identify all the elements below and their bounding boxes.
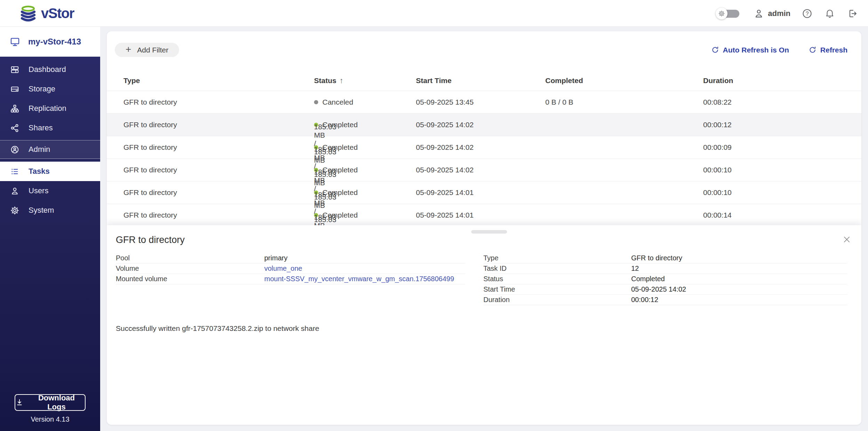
username-label: admin: [768, 9, 790, 18]
cell-status: 185.03 MB / 185.03 MB Completed: [314, 188, 416, 197]
close-detail-button[interactable]: [841, 234, 852, 245]
table-row[interactable]: GFR to directory 185.03 MB / 185.03 MB C…: [107, 114, 861, 136]
cell-type: GFR to directory: [123, 143, 314, 152]
sort-asc-icon: ↑: [339, 76, 343, 85]
sidebar-item-users[interactable]: Users: [0, 181, 100, 201]
detail-field-row: Start Time 05-09-2025 14:02: [483, 284, 847, 295]
add-filter-button[interactable]: + Add Filter: [115, 43, 179, 57]
cell-duration: 00:00:12: [703, 121, 861, 129]
auto-refresh-label: Auto Refresh is On: [723, 46, 789, 54]
task-detail-panel: GFR to directory Pool primary Volume vol…: [107, 225, 861, 425]
system-icon: [10, 206, 19, 215]
cell-type: GFR to directory: [123, 121, 314, 129]
field-value: Completed: [631, 275, 847, 283]
detail-field-row: Status Completed: [483, 274, 847, 284]
table-row[interactable]: GFR to directory 185.03 MB / 185.03 MB C…: [107, 181, 861, 204]
column-header-duration[interactable]: Duration: [703, 76, 861, 85]
help-icon: ?: [802, 8, 812, 19]
cell-status: 185.03 MB / 185.03 MB Completed: [314, 166, 416, 174]
sidebar: my-vStor-413 Dashboard Storage Replicati…: [0, 27, 100, 431]
download-logs-button[interactable]: Download Logs: [15, 394, 86, 411]
table-row[interactable]: GFR to directory 185.03 MB / 185.03 MB C…: [107, 159, 861, 181]
sidebar-item-system[interactable]: System: [0, 201, 100, 220]
logout-button[interactable]: [846, 8, 858, 19]
topbar: vStor admin ?: [0, 0, 868, 27]
table-row[interactable]: GFR to directory Canceled 05-09-2025 13:…: [107, 91, 861, 114]
field-value: primary: [264, 254, 465, 262]
tasks-icon: [10, 167, 19, 176]
plus-icon: +: [126, 44, 131, 54]
refresh-icon: [711, 46, 719, 54]
bell-icon: [825, 8, 835, 19]
status-dot-icon: 185.03 MB / 185.03 MB: [314, 123, 318, 127]
cell-type: GFR to directory: [123, 211, 314, 219]
storage-icon: [10, 84, 19, 94]
sidebar-item-label: Tasks: [29, 167, 50, 176]
notifications-button[interactable]: [824, 8, 836, 19]
sidebar-item-label: System: [29, 206, 54, 215]
field-value: 12: [631, 265, 847, 273]
sidebar-item-dashboard[interactable]: Dashboard: [0, 60, 100, 79]
field-label: Mounted volume: [116, 275, 264, 283]
cell-start-time: 05-09-2025 14:01: [416, 211, 545, 219]
server-name: my-vStor-413: [28, 37, 81, 47]
sidebar-item-shares[interactable]: Shares: [0, 118, 100, 138]
sidebar-item-tasks[interactable]: Tasks: [0, 162, 100, 181]
help-button[interactable]: ?: [801, 8, 813, 19]
users-icon: [10, 186, 19, 196]
refresh-button[interactable]: Refresh: [809, 46, 847, 54]
auto-refresh-toggle[interactable]: Auto Refresh is On: [711, 46, 789, 54]
user-icon: [754, 8, 764, 19]
field-value-link[interactable]: volume_one: [264, 265, 465, 273]
sidebar-server[interactable]: my-vStor-413: [0, 27, 100, 57]
cell-start-time: 05-09-2025 13:45: [416, 98, 545, 106]
add-filter-label: Add Filter: [137, 46, 168, 54]
sidebar-item-admin[interactable]: Admin: [0, 140, 100, 159]
field-label: Type: [483, 254, 631, 262]
column-header-type[interactable]: Type: [123, 76, 314, 85]
drag-handle[interactable]: [471, 230, 507, 234]
field-label: Status: [483, 275, 631, 283]
status-dot-icon: 185.03 MB / 185.03 MB: [314, 213, 318, 217]
sidebar-item-replication[interactable]: Replication: [0, 99, 100, 118]
detail-title: GFR to directory: [116, 235, 185, 245]
close-icon: [842, 235, 851, 244]
cell-start-time: 05-09-2025 14:01: [416, 188, 545, 197]
status-dot-icon: [314, 100, 318, 104]
sidebar-item-label: Users: [29, 186, 48, 195]
column-header-status[interactable]: Status ↑: [314, 76, 416, 85]
status-dot-icon: 185.03 MB / 185.03 MB: [314, 190, 318, 195]
tasks-panel: + Add Filter Auto Refresh is On Refresh …: [107, 31, 861, 425]
column-header-start-time[interactable]: Start Time: [416, 76, 545, 85]
sidebar-item-label: Admin: [29, 145, 50, 154]
detail-message: Successfully written gfr-1757073743258.2…: [116, 324, 319, 333]
detail-fields-left: Pool primary Volume volume_one Mounted v…: [116, 253, 465, 284]
cell-duration: 00:00:09: [703, 143, 861, 152]
cell-status: 185.03 MB / 185.03 MB Completed: [314, 121, 416, 129]
brand-wordmark: vStor: [41, 6, 74, 21]
cell-status: Canceled: [314, 98, 416, 106]
status-dot-icon: 185.03 MB / 185.03 MB: [314, 145, 318, 149]
table-row[interactable]: GFR to directory 185.03 MB / 185.03 MB C…: [107, 204, 861, 227]
sidebar-item-label: Replication: [29, 104, 66, 113]
user-menu[interactable]: admin: [754, 8, 790, 19]
cell-type: GFR to directory: [123, 98, 314, 106]
field-value-link[interactable]: mount-SSSV_my_vcenter_vmware_w_gm_scan.1…: [264, 275, 465, 283]
column-header-completed[interactable]: Completed: [545, 76, 703, 85]
svg-text:?: ?: [806, 10, 809, 16]
download-icon: [15, 398, 24, 407]
cell-start-time: 05-09-2025 14:02: [416, 121, 545, 129]
theme-toggle[interactable]: [716, 7, 739, 20]
status-dot-icon: 185.03 MB / 185.03 MB: [314, 168, 318, 172]
field-value: 05-09-2025 14:02: [631, 285, 847, 293]
cell-duration: 00:00:10: [703, 166, 861, 174]
table-row[interactable]: GFR to directory 185.03 MB / 185.03 MB C…: [107, 136, 861, 159]
monitor-icon: [10, 36, 20, 47]
app-window: vStor admin ?: [0, 0, 868, 431]
sidebar-item-storage[interactable]: Storage: [0, 79, 100, 99]
version-label: Version 4.13: [0, 415, 100, 423]
detail-field-row: Volume volume_one: [116, 263, 465, 274]
cell-completed: 0 B / 0 B: [545, 98, 703, 106]
cell-type: GFR to directory: [123, 166, 314, 174]
detail-field-row: Type GFR to directory: [483, 253, 847, 263]
